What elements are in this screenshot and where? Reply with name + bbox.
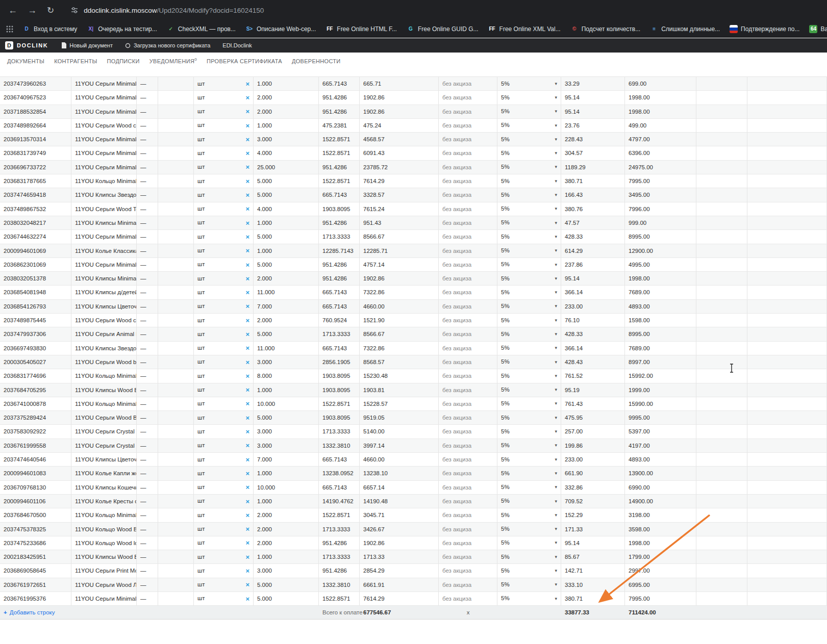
cell-quantity[interactable]: 2.000 bbox=[254, 536, 319, 550]
apps-grid-icon[interactable] bbox=[6, 25, 13, 33]
clear-unit-icon[interactable]: × bbox=[245, 303, 249, 310]
cell-unit-select[interactable]: шт × bbox=[194, 77, 254, 91]
clear-unit-icon[interactable]: × bbox=[245, 539, 249, 546]
cell-vat-rate-select[interactable]: 5% ▾ bbox=[497, 174, 561, 188]
cell-unit-select[interactable]: шт × bbox=[194, 244, 254, 258]
cell-quantity[interactable]: 11.000 bbox=[254, 286, 319, 299]
cell-vat-rate-select[interactable]: 5% ▾ bbox=[497, 592, 561, 606]
cell-vat-rate-select[interactable]: 5% ▾ bbox=[497, 133, 561, 146]
cell-unit-select[interactable]: шт × bbox=[194, 119, 254, 133]
cell-unit-select[interactable]: шт × bbox=[194, 383, 254, 397]
cell-quantity[interactable]: 11.000 bbox=[254, 342, 319, 355]
clear-unit-icon[interactable]: × bbox=[245, 122, 249, 129]
bookmark-item[interactable]: 64 Base6... bbox=[809, 25, 827, 33]
cell-unit-select[interactable]: шт × bbox=[194, 188, 254, 202]
nav-item[interactable]: ПРОВЕРКА СЕРТИФИКАТА bbox=[207, 57, 282, 64]
cell-unit-select[interactable]: шт × bbox=[194, 550, 254, 564]
clear-unit-icon[interactable]: × bbox=[245, 373, 249, 379]
clear-unit-icon[interactable]: × bbox=[245, 581, 249, 588]
menu-edi-doclink[interactable]: EDI.Doclink bbox=[222, 42, 252, 48]
bookmark-item[interactable]: ≡ Слишком длинные... bbox=[650, 25, 720, 33]
cell-quantity[interactable]: 5.000 bbox=[254, 258, 319, 272]
clear-unit-icon[interactable]: × bbox=[245, 512, 249, 519]
clear-unit-icon[interactable]: × bbox=[245, 442, 249, 449]
cell-quantity[interactable]: 2.000 bbox=[254, 91, 319, 105]
cell-quantity[interactable]: 8.000 bbox=[254, 369, 319, 383]
cell-vat-rate-select[interactable]: 5% ▾ bbox=[497, 244, 561, 258]
cell-vat-rate-select[interactable]: 5% ▾ bbox=[497, 536, 561, 550]
cell-unit-select[interactable]: шт × bbox=[194, 467, 254, 480]
site-settings-icon[interactable] bbox=[70, 6, 79, 14]
clear-unit-icon[interactable]: × bbox=[245, 178, 249, 185]
cell-quantity[interactable]: 1.000 bbox=[254, 467, 319, 480]
cell-vat-rate-select[interactable]: 5% ▾ bbox=[497, 453, 561, 467]
clear-unit-icon[interactable]: × bbox=[245, 428, 249, 435]
cell-vat-rate-select[interactable]: 5% ▾ bbox=[497, 467, 561, 480]
forward-icon[interactable]: → bbox=[28, 6, 37, 15]
cell-quantity[interactable]: 10.000 bbox=[254, 397, 319, 411]
cell-vat-rate-select[interactable]: 5% ▾ bbox=[497, 216, 561, 230]
clear-unit-icon[interactable]: × bbox=[245, 400, 249, 407]
back-icon[interactable]: ← bbox=[8, 6, 17, 15]
cell-unit-select[interactable]: шт × bbox=[194, 105, 254, 119]
bookmark-item[interactable]: Подтверждение по... bbox=[730, 25, 799, 33]
menu-upload-certificate[interactable]: Загрузка нового сертификата bbox=[125, 42, 210, 48]
cell-vat-rate-select[interactable]: 5% ▾ bbox=[497, 495, 561, 508]
cell-unit-select[interactable]: шт × bbox=[194, 481, 254, 495]
bookmark-item[interactable]: FF Free Online XML Val... bbox=[488, 25, 561, 33]
cell-unit-select[interactable]: шт × bbox=[194, 174, 254, 188]
cell-unit-select[interactable]: шт × bbox=[194, 397, 254, 411]
cell-unit-select[interactable]: шт × bbox=[194, 91, 254, 105]
cell-quantity[interactable]: 25.000 bbox=[254, 161, 319, 174]
cell-unit-select[interactable]: шт × bbox=[194, 508, 254, 522]
cell-unit-select[interactable]: шт × bbox=[194, 411, 254, 425]
cell-quantity[interactable]: 5.000 bbox=[254, 327, 319, 341]
cell-vat-rate-select[interactable]: 5% ▾ bbox=[497, 439, 561, 453]
clear-unit-icon[interactable]: × bbox=[245, 596, 249, 602]
cell-unit-select[interactable]: шт × bbox=[194, 564, 254, 578]
cell-vat-rate-select[interactable]: 5% ▾ bbox=[497, 369, 561, 383]
cell-vat-rate-select[interactable]: 5% ▾ bbox=[497, 327, 561, 341]
cell-unit-select[interactable]: шт × bbox=[194, 327, 254, 341]
cell-quantity[interactable]: 4.000 bbox=[254, 202, 319, 216]
cell-vat-rate-select[interactable]: 5% ▾ bbox=[497, 508, 561, 522]
bookmark-item[interactable]: © Подсчет количеств... bbox=[570, 25, 641, 33]
cell-unit-select[interactable]: шт × bbox=[194, 355, 254, 369]
clear-unit-icon[interactable]: × bbox=[245, 470, 249, 477]
add-row-button[interactable]: +Добавить строку bbox=[0, 606, 137, 619]
cell-unit-select[interactable]: шт × bbox=[194, 314, 254, 327]
clear-unit-icon[interactable]: × bbox=[245, 568, 249, 574]
cell-vat-rate-select[interactable]: 5% ▾ bbox=[497, 397, 561, 411]
cell-unit-select[interactable]: шт × bbox=[194, 258, 254, 272]
cell-vat-rate-select[interactable]: 5% ▾ bbox=[497, 342, 561, 355]
cell-vat-rate-select[interactable]: 5% ▾ bbox=[497, 564, 561, 578]
cell-vat-rate-select[interactable]: 5% ▾ bbox=[497, 119, 561, 133]
cell-vat-rate-select[interactable]: 5% ▾ bbox=[497, 314, 561, 327]
clear-unit-icon[interactable]: × bbox=[245, 456, 249, 463]
bookmark-item[interactable]: G Free Online GUID G... bbox=[407, 25, 479, 33]
bookmark-item[interactable]: FF Free Online HTML F... bbox=[325, 25, 397, 33]
cell-unit-select[interactable]: шт × bbox=[194, 425, 254, 439]
cell-unit-select[interactable]: шт × bbox=[194, 369, 254, 383]
cell-vat-rate-select[interactable]: 5% ▾ bbox=[497, 550, 561, 564]
clear-unit-icon[interactable]: × bbox=[245, 192, 249, 198]
clear-unit-icon[interactable]: × bbox=[245, 94, 249, 101]
bookmark-item[interactable]: ✓ CheckXML — пров... bbox=[167, 25, 236, 33]
cell-unit-select[interactable]: шт × bbox=[194, 161, 254, 174]
cell-quantity[interactable]: 5.000 bbox=[254, 411, 319, 425]
cell-vat-rate-select[interactable]: 5% ▾ bbox=[497, 272, 561, 286]
address-bar[interactable]: ddoclink.cislink.moscow/Upd2024/Modify?d… bbox=[70, 6, 264, 14]
cell-vat-rate-select[interactable]: 5% ▾ bbox=[497, 425, 561, 439]
clear-unit-icon[interactable]: × bbox=[245, 331, 249, 338]
cell-unit-select[interactable]: шт × bbox=[194, 146, 254, 160]
cell-vat-rate-select[interactable]: 5% ▾ bbox=[497, 105, 561, 119]
clear-unit-icon[interactable]: × bbox=[245, 484, 249, 491]
clear-unit-icon[interactable]: × bbox=[245, 317, 249, 324]
cell-quantity[interactable]: 7.000 bbox=[254, 300, 319, 314]
clear-unit-icon[interactable]: × bbox=[245, 262, 249, 268]
clear-unit-icon[interactable]: × bbox=[245, 498, 249, 505]
clear-unit-icon[interactable]: × bbox=[245, 220, 249, 226]
cell-vat-rate-select[interactable]: 5% ▾ bbox=[497, 146, 561, 160]
clear-unit-icon[interactable]: × bbox=[245, 81, 249, 87]
cell-quantity[interactable]: 2.000 bbox=[254, 508, 319, 522]
